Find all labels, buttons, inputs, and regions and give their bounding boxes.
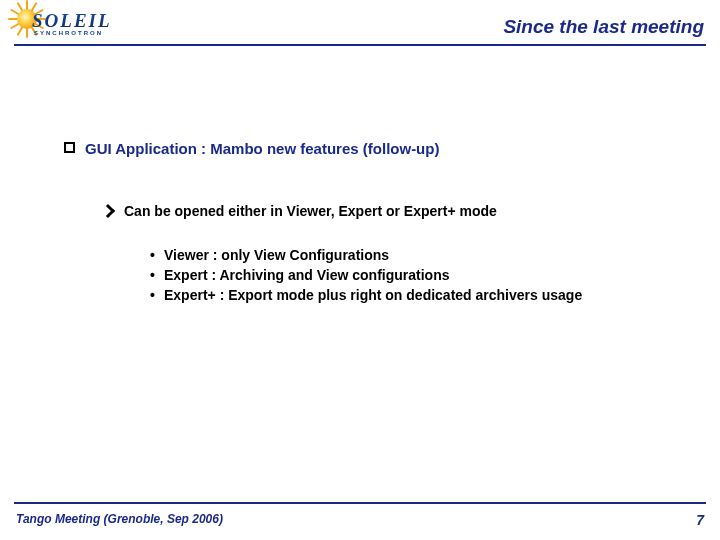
dot-bullet-icon: •	[150, 287, 164, 303]
footer-text: Tango Meeting (Grenoble, Sep 2006)	[16, 512, 223, 526]
header-rule	[14, 44, 706, 46]
list-item: •Viewer : only View Configurations	[150, 247, 720, 263]
heading-bullet: GUI Application : Mambo new features (fo…	[64, 140, 720, 157]
header: SOLEIL SYNCHROTRON Since the last meetin…	[0, 0, 720, 48]
footer-rule	[14, 502, 706, 504]
content: GUI Application : Mambo new features (fo…	[0, 140, 720, 307]
soleil-logo: SOLEIL SYNCHROTRON	[10, 2, 100, 46]
list-item: •Expert+ : Export mode plus right on ded…	[150, 287, 720, 303]
heading-text: GUI Application : Mambo new features (fo…	[85, 140, 439, 157]
square-bullet-icon	[64, 142, 75, 153]
dot-bullet-icon: •	[150, 267, 164, 283]
list-item: •Expert : Archiving and View configurati…	[150, 267, 720, 283]
slide: SOLEIL SYNCHROTRON Since the last meetin…	[0, 0, 720, 540]
logo-word: SOLEIL	[32, 10, 112, 32]
arrow-text: Can be opened either in Viewer, Expert o…	[124, 203, 497, 219]
list-item-text: Expert+ : Export mode plus right on dedi…	[164, 287, 582, 303]
arrow-bullet: Can be opened either in Viewer, Expert o…	[102, 203, 720, 219]
sub-list: •Viewer : only View Configurations •Expe…	[150, 247, 720, 303]
dot-bullet-icon: •	[150, 247, 164, 263]
list-item-text: Expert : Archiving and View configuratio…	[164, 267, 450, 283]
list-item-text: Viewer : only View Configurations	[164, 247, 389, 263]
logo-subtitle: SYNCHROTRON	[34, 30, 103, 36]
arrow-icon	[102, 205, 114, 217]
page-title: Since the last meeting	[503, 16, 704, 38]
page-number: 7	[696, 512, 704, 528]
